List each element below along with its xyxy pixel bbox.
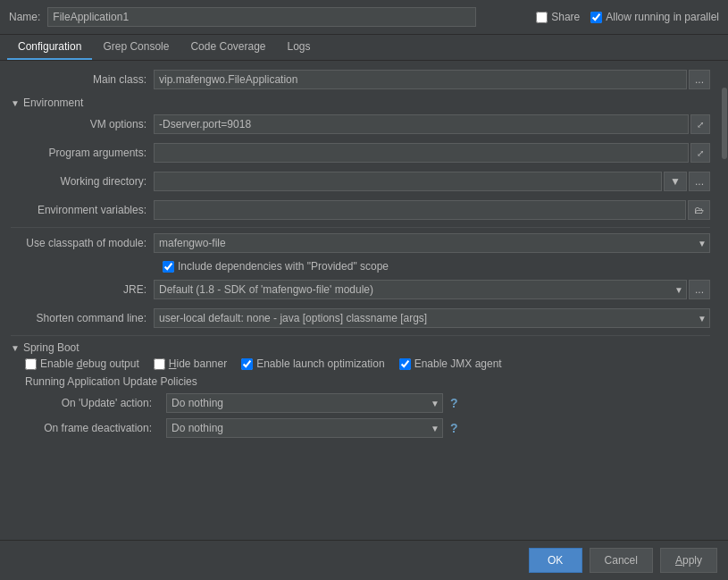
environment-variables-browse-button[interactable]: 🗁 [688, 200, 710, 220]
environment-label: Environment [23, 97, 83, 109]
on-frame-select[interactable]: Do nothing Update classes and resources … [166, 418, 443, 438]
include-dependencies-checkbox[interactable] [163, 261, 174, 273]
name-label: Name: [9, 11, 40, 23]
shorten-command-select[interactable]: user-local default: none - java [options… [154, 308, 710, 328]
on-update-row: On 'Update' action: Do nothing Update cl… [25, 393, 710, 413]
scrollbar[interactable] [721, 61, 728, 540]
vm-options-expand-button[interactable]: ⤢ [690, 114, 710, 134]
on-frame-label: On frame deactivation: [25, 422, 159, 434]
program-arguments-label: Program arguments: [11, 147, 154, 159]
environment-variables-input-group: 🗁 [154, 200, 710, 220]
hide-banner-text: Hide banner [169, 357, 227, 370]
vm-options-label: VM options: [11, 118, 154, 130]
include-dependencies-text: Include dependencies with "Provided" sco… [178, 260, 389, 273]
working-directory-dropdown-button[interactable]: ▼ [664, 172, 687, 191]
hide-banner-checkbox[interactable] [154, 358, 165, 370]
on-update-label: On 'Update' action: [25, 397, 159, 409]
content-wrapper: Main class: ... ▼ Environment VM options… [0, 61, 728, 540]
shorten-command-select-wrapper: user-local default: none - java [options… [154, 308, 710, 328]
working-directory-input[interactable] [154, 172, 662, 191]
main-content: Main class: ... ▼ Environment VM options… [0, 61, 721, 540]
classpath-select[interactable]: mafengwo-file [154, 233, 710, 253]
working-directory-select-wrapper [154, 172, 662, 191]
enable-jmx-text: Enable JMX agent [414, 357, 502, 370]
jre-select-wrapper: Default (1.8 - SDK of 'mafengwo-file' mo… [154, 280, 687, 299]
include-dependencies-row: Include dependencies with "Provided" sco… [163, 260, 710, 273]
classpath-row: Use classpath of module: mafengwo-file ▼ [11, 231, 710, 255]
jre-input-group: Default (1.8 - SDK of 'mafengwo-file' mo… [154, 280, 710, 299]
classpath-label: Use classpath of module: [11, 237, 154, 249]
tab-logs[interactable]: Logs [277, 35, 322, 60]
name-input[interactable] [47, 7, 476, 27]
program-arguments-input[interactable] [154, 143, 689, 163]
cancel-button[interactable]: Cancel [590, 548, 653, 573]
share-checkbox[interactable] [536, 12, 548, 23]
run-configuration-dialog: Name: Share Allow running in parallel Co… [0, 0, 728, 580]
tab-configuration[interactable]: Configuration [7, 35, 92, 60]
vm-options-row: VM options: ⤢ [11, 113, 710, 136]
spring-boot-section-header[interactable]: ▼ Spring Boot [11, 341, 710, 354]
tab-grep-console[interactable]: Grep Console [92, 35, 180, 60]
apply-button[interactable]: Apply [660, 548, 717, 573]
allow-parallel-checkbox[interactable] [590, 12, 602, 23]
on-update-select-wrapper: Do nothing Update classes and resources … [166, 393, 443, 413]
main-class-input-group: ... [154, 70, 710, 89]
jre-row: JRE: Default (1.8 - SDK of 'mafengwo-fil… [11, 278, 710, 301]
vm-options-input-group: ⤢ [154, 114, 710, 134]
header-row: Name: Share Allow running in parallel [0, 0, 728, 35]
program-arguments-input-group: ⤢ [154, 143, 710, 163]
hide-banner-label[interactable]: Hide banner [154, 357, 227, 370]
share-label: Share [551, 11, 580, 23]
main-class-row: Main class: ... [11, 68, 710, 91]
working-directory-browse-button[interactable]: ... [689, 172, 710, 191]
allow-parallel-label: Allow running in parallel [606, 11, 719, 23]
on-update-help-icon[interactable]: ? [450, 396, 458, 410]
enable-debug-text: Enable debug output [40, 357, 139, 370]
main-class-label: Main class: [11, 73, 154, 86]
environment-variables-input[interactable] [154, 200, 686, 220]
classpath-select-wrapper: mafengwo-file ▼ [154, 233, 710, 253]
program-arguments-expand-button[interactable]: ⤢ [690, 143, 710, 163]
environment-section-header[interactable]: ▼ Environment [11, 97, 710, 109]
main-class-input[interactable] [154, 70, 687, 89]
working-directory-label: Working directory: [11, 175, 154, 188]
running-app-label: Running Application Update Policies [25, 375, 710, 388]
header-right: Share Allow running in parallel [536, 11, 719, 23]
spring-boot-arrow-icon: ▼ [11, 343, 20, 353]
on-frame-row: On frame deactivation: Do nothing Update… [25, 418, 710, 438]
jre-select[interactable]: Default (1.8 - SDK of 'mafengwo-file' mo… [154, 280, 687, 299]
on-update-select[interactable]: Do nothing Update classes and resources … [166, 393, 443, 413]
share-checkbox-label[interactable]: Share [536, 11, 580, 23]
working-directory-row: Working directory: ▼ ... [11, 170, 710, 193]
spring-boot-section: ▼ Spring Boot Enable debug output Hide b… [11, 341, 710, 438]
shorten-command-label: Shorten command line: [11, 312, 154, 324]
footer: OK Cancel Apply [0, 540, 728, 580]
spring-boot-label: Spring Boot [23, 341, 79, 354]
jre-label: JRE: [11, 283, 154, 296]
environment-arrow-icon: ▼ [11, 98, 20, 108]
divider-1 [11, 227, 710, 228]
tab-code-coverage[interactable]: Code Coverage [180, 35, 276, 60]
vm-options-input[interactable] [154, 114, 689, 134]
enable-launch-label[interactable]: Enable launch optimization [241, 357, 384, 370]
environment-variables-row: Environment variables: 🗁 [11, 198, 710, 222]
enable-debug-label[interactable]: Enable debug output [25, 357, 139, 370]
on-frame-select-wrapper: Do nothing Update classes and resources … [166, 418, 443, 438]
include-dependencies-label[interactable]: Include dependencies with "Provided" sco… [163, 260, 389, 273]
enable-jmx-checkbox[interactable] [399, 358, 411, 370]
enable-launch-checkbox[interactable] [241, 358, 253, 370]
shorten-command-row: Shorten command line: user-local default… [11, 307, 710, 330]
working-directory-input-group: ▼ ... [154, 172, 710, 191]
enable-debug-checkbox[interactable] [25, 358, 37, 370]
scrollbar-thumb[interactable] [722, 88, 727, 159]
program-arguments-row: Program arguments: ⤢ [11, 141, 710, 164]
ok-button[interactable]: OK [529, 548, 582, 573]
tabs-bar: Configuration Grep Console Code Coverage… [0, 35, 728, 61]
enable-launch-text: Enable launch optimization [256, 357, 384, 370]
main-class-browse-button[interactable]: ... [689, 70, 710, 89]
jre-browse-button[interactable]: ... [689, 280, 710, 299]
enable-jmx-label[interactable]: Enable JMX agent [399, 357, 502, 370]
divider-2 [11, 335, 710, 336]
allow-parallel-checkbox-label[interactable]: Allow running in parallel [590, 11, 719, 23]
on-frame-help-icon[interactable]: ? [450, 421, 458, 435]
